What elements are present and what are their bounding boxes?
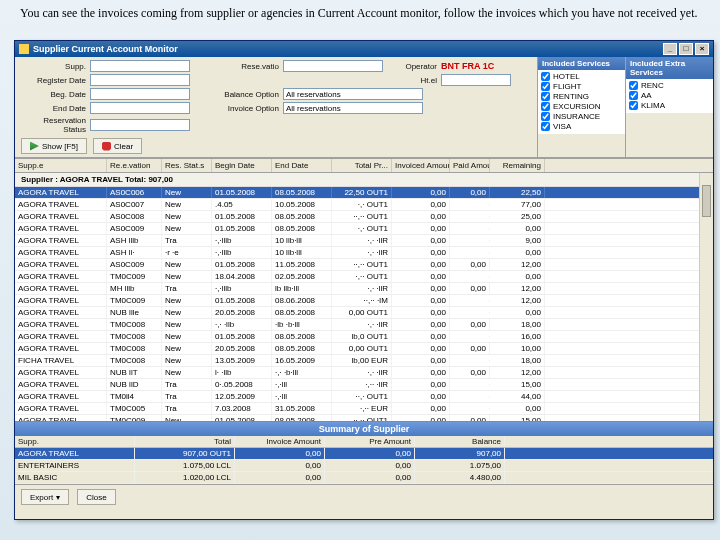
summary-column-header[interactable]: Total (135, 436, 235, 447)
export-button[interactable]: Export ▾ (21, 489, 69, 505)
included-extra-panel: Included Extra Services RENCAAKLIMA (625, 57, 713, 157)
extra-service-checkbox[interactable]: AA (629, 91, 710, 100)
begin-input[interactable] (90, 88, 190, 100)
group-row[interactable]: Supplier : AGORA TRAVEL Total: 907,00 (15, 173, 713, 187)
table-row[interactable]: AGORA TRAVELAS0C007New .4.0510.05.2008·,… (15, 199, 713, 211)
summary-column-header[interactable]: Balance (415, 436, 505, 447)
show-button[interactable]: Show [F5] (21, 138, 87, 154)
minimize-button[interactable]: _ (663, 43, 677, 55)
checkbox-icon[interactable] (541, 92, 550, 101)
included-extra-header: Included Extra Services (626, 57, 713, 79)
checkbox-icon[interactable] (541, 122, 550, 131)
grid-body[interactable]: Supplier : AGORA TRAVEL Total: 907,00 AG… (15, 173, 713, 421)
hotel-label: Ht.el (387, 76, 437, 85)
summary-column-header[interactable]: Pre Amount (325, 436, 415, 447)
instruction-text: You can see the invoices coming from sup… (20, 6, 700, 21)
summary-header: Summary of Supplier (15, 422, 713, 436)
table-row[interactable]: AGORA TRAVELAS0C009New 01.05.200811.05.2… (15, 259, 713, 271)
supplier-input[interactable] (90, 60, 190, 72)
checkbox-icon[interactable] (629, 81, 638, 90)
extra-service-checkbox[interactable]: KLIMA (629, 101, 710, 110)
summary-row[interactable]: ENTERTAINERS1.075,00 LCL0,00 0,001.075,0… (15, 460, 713, 472)
summary-column-header[interactable]: Invoice Amount (235, 436, 325, 447)
table-row[interactable]: AGORA TRAVELTM0C008New ·,· ·llb·lb ·b·ll… (15, 319, 713, 331)
table-row[interactable]: AGORA TRAVELTM0C009New 01.05.200808.05.2… (15, 415, 713, 421)
checkbox-icon[interactable] (541, 112, 550, 121)
table-row[interactable]: AGORA TRAVELASH lllbTra ·,·lllb10 llb·ll… (15, 235, 713, 247)
app-window: Supplier Current Account Monitor _ □ × S… (14, 40, 714, 520)
checkbox-icon[interactable] (629, 101, 638, 110)
checkbox-icon[interactable] (541, 102, 550, 111)
footer-buttons: Export ▾ Close (15, 484, 713, 509)
resstat-input[interactable] (90, 119, 190, 131)
column-header[interactable]: End Date (272, 159, 332, 172)
play-icon (30, 142, 39, 151)
filter-left: Supp. Rese.vatio Operator BNT FRA 1C Reg… (15, 57, 537, 157)
extra-service-checkbox[interactable]: RENC (629, 81, 710, 90)
service-checkbox[interactable]: EXCURSION (541, 102, 622, 111)
summary-row[interactable]: AGORA TRAVEL907,00 OUT10,00 0,00907,00 (15, 448, 713, 460)
summary-column-header[interactable]: Supp. (15, 436, 135, 447)
clear-button[interactable]: Clear (93, 138, 142, 154)
table-row[interactable]: FICHA TRAVELTM0C008New 13.05.200916.05.2… (15, 355, 713, 367)
service-checkbox[interactable]: HOTEL (541, 72, 622, 81)
service-checkbox[interactable]: VISA (541, 122, 622, 131)
begin-label: Beg. Date (21, 90, 86, 99)
titlebar: Supplier Current Account Monitor _ □ × (15, 41, 713, 57)
end-input[interactable] (90, 102, 190, 114)
scrollbar-thumb[interactable] (702, 185, 711, 217)
summary-panel: Summary of Supplier Supp.TotalInvoice Am… (15, 421, 713, 484)
service-checkbox[interactable]: INSURANCE (541, 112, 622, 121)
table-row[interactable]: AGORA TRAVELMH lllbTra ·,·lllblb llb·lll… (15, 283, 713, 295)
table-row[interactable]: AGORA TRAVELTM0ll4Tra 12.05.2009·,·lll··… (15, 391, 713, 403)
invoice-select[interactable] (283, 102, 423, 114)
column-header[interactable]: Supp.e (15, 159, 107, 172)
operator-value: BNT FRA 1C (441, 61, 494, 71)
checkbox-icon[interactable] (629, 91, 638, 100)
register-label: Register Date (21, 76, 86, 85)
column-header[interactable]: Total Pr... (332, 159, 392, 172)
balance-select[interactable] (283, 88, 423, 100)
table-row[interactable]: AGORA TRAVELAS0C009New 01.05.200808.05.2… (15, 223, 713, 235)
table-row[interactable]: AGORA TRAVELAS0C006New 01.05.200808.05.2… (15, 187, 713, 199)
column-header[interactable]: Re.e.vation (107, 159, 162, 172)
included-services-panel: Included Services HOTELFLIGHTRENTINGEXCU… (537, 57, 625, 157)
clear-icon (102, 142, 111, 151)
included-services-header: Included Services (538, 57, 625, 70)
column-header[interactable]: Paid Amount (450, 159, 490, 172)
close-app-button[interactable]: Close (77, 489, 115, 505)
table-row[interactable]: AGORA TRAVELTM0C009New 18.04.200802.05.2… (15, 271, 713, 283)
table-row[interactable]: AGORA TRAVELTM0C008New 20.05.200808.05.2… (15, 343, 713, 355)
service-checkbox[interactable]: FLIGHT (541, 82, 622, 91)
vertical-scrollbar[interactable] (699, 173, 713, 421)
table-row[interactable]: AGORA TRAVELNUB llDTra 0·.05.2008·,·lll·… (15, 379, 713, 391)
app-icon (19, 44, 29, 54)
hotel-input[interactable] (441, 74, 511, 86)
register-input[interactable] (90, 74, 190, 86)
resstat-label: Reservation Status (21, 116, 86, 134)
close-button[interactable]: × (695, 43, 709, 55)
table-row[interactable]: AGORA TRAVELASH ll··r ·e ·,·lllb10 llb·l… (15, 247, 713, 259)
invoice-label: Invoice Option (194, 104, 279, 113)
summary-row[interactable]: MIL BASIC1.020,00 LCL0,00 0,004.480,00 (15, 472, 713, 484)
column-header[interactable]: Begin Date (212, 159, 272, 172)
maximize-button[interactable]: □ (679, 43, 693, 55)
supplier-label: Supp. (21, 62, 86, 71)
column-header[interactable]: Remaining (490, 159, 545, 172)
main-grid: Supp.eRe.e.vationRes. Stat.sBegin DateEn… (15, 158, 713, 421)
table-row[interactable]: AGORA TRAVELTM0C009New 01.05.200808.06.2… (15, 295, 713, 307)
table-row[interactable]: AGORA TRAVELNUB llleNew 20.05.200808.05.… (15, 307, 713, 319)
balance-label: Balance Option (194, 90, 279, 99)
column-header[interactable]: Res. Stat.s (162, 159, 212, 172)
recstatus-label: Rese.vatio (194, 62, 279, 71)
checkbox-icon[interactable] (541, 82, 550, 91)
recstatus-input[interactable] (283, 60, 383, 72)
table-row[interactable]: AGORA TRAVELAS0C008New 01.05.200808.05.2… (15, 211, 713, 223)
checkbox-icon[interactable] (541, 72, 550, 81)
end-label: End Date (21, 104, 86, 113)
service-checkbox[interactable]: RENTING (541, 92, 622, 101)
table-row[interactable]: AGORA TRAVELNUB llTNew l· ·llb·,· ·b·lll… (15, 367, 713, 379)
column-header[interactable]: Invoiced Amount (392, 159, 450, 172)
table-row[interactable]: AGORA TRAVELTM0C008New 01.05.200808.05.2… (15, 331, 713, 343)
table-row[interactable]: AGORA TRAVELTM0C005Tra 7.03.200831.05.20… (15, 403, 713, 415)
